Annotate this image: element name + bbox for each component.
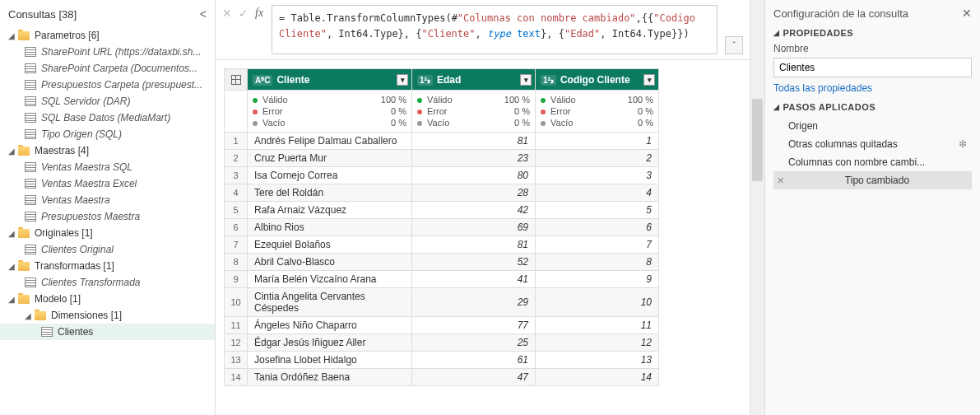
cell-edad[interactable]: 81: [412, 133, 536, 150]
cell-edad[interactable]: 77: [412, 317, 536, 334]
accept-formula-icon[interactable]: ✓: [239, 7, 248, 20]
table-row[interactable]: 3 Isa Cornejo Correa 80 3: [225, 167, 659, 184]
folder-item[interactable]: ◢Originales [1]: [0, 225, 215, 241]
table-row[interactable]: 14 Tania Ordóñez Baena 47 14: [225, 369, 659, 386]
delete-step-icon[interactable]: ✕: [777, 175, 784, 186]
query-item[interactable]: SharePoint URL (https://dataxbi.sh...: [0, 44, 215, 60]
folder-item[interactable]: ◢Dimensiones [1]: [0, 307, 215, 324]
cell-codigo[interactable]: 5: [536, 202, 659, 219]
query-item[interactable]: Clientes Transformada: [0, 274, 215, 291]
collapse-queries-icon[interactable]: <: [200, 7, 207, 21]
table-row[interactable]: 7 Ezequiel Bolaños 81 7: [225, 236, 659, 254]
applied-step[interactable]: Otras columnas quitadas✼: [773, 135, 972, 153]
column-filter-cliente-icon[interactable]: ▾: [397, 74, 408, 86]
query-item[interactable]: SharePoint Carpeta (Documentos...: [0, 60, 215, 77]
cell-cliente[interactable]: Ezequiel Bolaños: [248, 236, 412, 254]
cell-codigo[interactable]: 7: [536, 236, 659, 254]
cell-cliente[interactable]: Josefina Llobet Hidalgo: [248, 352, 412, 369]
table-row[interactable]: 9 María Belén Vizcaíno Arana 41 9: [225, 271, 659, 288]
cell-codigo[interactable]: 1: [536, 133, 659, 150]
formula-input[interactable]: = Table.TransformColumnTypes(#"Columnas …: [272, 5, 718, 54]
table-row[interactable]: 13 Josefina Llobet Hidalgo 61 13: [225, 352, 659, 369]
table-row[interactable]: 2 Cruz Puerta Mur 23 2: [225, 150, 659, 167]
column-filter-edad-icon[interactable]: ▾: [520, 74, 532, 86]
row-number[interactable]: 2: [225, 150, 248, 167]
folder-item[interactable]: ◢Transformadas [1]: [0, 258, 215, 274]
cell-cliente[interactable]: Tania Ordóñez Baena: [248, 369, 412, 386]
cell-codigo[interactable]: 12: [536, 334, 659, 352]
tree-toggle-icon[interactable]: ◢: [8, 31, 18, 40]
cell-codigo[interactable]: 6: [536, 219, 659, 236]
cell-edad[interactable]: 28: [412, 184, 536, 202]
row-number[interactable]: 10: [225, 288, 248, 317]
cell-codigo[interactable]: 9: [536, 271, 659, 288]
row-number[interactable]: 7: [225, 236, 248, 254]
cell-edad[interactable]: 42: [412, 202, 536, 219]
cell-cliente[interactable]: Isa Cornejo Correa: [248, 167, 412, 184]
column-header-codigo[interactable]: 1²₃Codigo Cliente ▾: [536, 69, 659, 91]
row-number[interactable]: 11: [225, 317, 248, 334]
tree-toggle-icon[interactable]: ◢: [8, 147, 18, 156]
cell-codigo[interactable]: 8: [536, 254, 659, 271]
query-item[interactable]: Clientes: [0, 324, 215, 340]
cancel-formula-icon[interactable]: ✕: [222, 7, 232, 20]
tree-toggle-icon[interactable]: ◢: [8, 295, 18, 304]
all-properties-link[interactable]: Todas las propiedades: [773, 82, 872, 94]
vertical-scrollbar[interactable]: [750, 0, 764, 415]
cell-codigo[interactable]: 13: [536, 352, 659, 369]
column-filter-codigo-icon[interactable]: ▾: [643, 74, 655, 86]
cell-edad[interactable]: 69: [412, 219, 536, 236]
row-number[interactable]: 4: [225, 184, 248, 202]
step-settings-icon[interactable]: ✼: [959, 138, 967, 150]
column-header-edad[interactable]: 1²₃Edad ▾: [412, 69, 536, 91]
row-number[interactable]: 3: [225, 167, 248, 184]
row-number[interactable]: 9: [225, 271, 248, 288]
applied-step[interactable]: Columnas con nombre cambi...: [773, 153, 972, 171]
table-row[interactable]: 4 Tere del Roldán 28 4: [225, 184, 659, 202]
query-item[interactable]: Ventas Maestra Excel: [0, 175, 215, 192]
cell-edad[interactable]: 29: [412, 288, 536, 317]
cell-codigo[interactable]: 2: [536, 150, 659, 167]
table-row[interactable]: 6 Albino Rios 69 6: [225, 219, 659, 236]
row-number[interactable]: 1: [225, 133, 248, 150]
folder-item[interactable]: ◢Modelo [1]: [0, 291, 215, 307]
table-row[interactable]: 11 Ángeles Niño Chaparro 77 11: [225, 317, 659, 334]
cell-codigo[interactable]: 10: [536, 288, 659, 317]
table-row[interactable]: 5 Rafa Arnaiz Vázquez 42 5: [225, 202, 659, 219]
table-row[interactable]: 8 Abril Calvo-Blasco 52 8: [225, 254, 659, 271]
cell-cliente[interactable]: Rafa Arnaiz Vázquez: [248, 202, 412, 219]
row-number[interactable]: 13: [225, 352, 248, 369]
query-item[interactable]: Presupuestos Carpeta (presupuest...: [0, 77, 215, 93]
cell-cliente[interactable]: Andrés Felipe Dalmau Caballero: [248, 133, 412, 150]
cell-edad[interactable]: 81: [412, 236, 536, 254]
query-item[interactable]: SQL Servidor (DAR): [0, 93, 215, 110]
tree-toggle-icon[interactable]: ◢: [25, 311, 35, 320]
row-number[interactable]: 12: [225, 334, 248, 352]
cell-cliente[interactable]: María Belén Vizcaíno Arana: [248, 271, 412, 288]
cell-edad[interactable]: 47: [412, 369, 536, 386]
row-number[interactable]: 5: [225, 202, 248, 219]
applied-steps-section-header[interactable]: ◢ PASOS APLICADOS: [773, 102, 972, 112]
folder-item[interactable]: ◢Maestras [4]: [0, 142, 215, 159]
query-item[interactable]: Clientes Original: [0, 241, 215, 258]
table-row[interactable]: 12 Édgar Jesús Iñiguez Aller 25 12: [225, 334, 659, 352]
tree-toggle-icon[interactable]: ◢: [8, 262, 18, 271]
query-item[interactable]: Ventas Maestra SQL: [0, 159, 215, 175]
row-number[interactable]: 8: [225, 254, 248, 271]
table-row[interactable]: 10 Cintia Angelita Cervantes Céspedes 29…: [225, 288, 659, 317]
cell-codigo[interactable]: 11: [536, 317, 659, 334]
column-header-cliente[interactable]: AᴮCCliente ▾: [248, 69, 412, 91]
query-item[interactable]: Tipo Origen (SQL): [0, 126, 215, 142]
cell-cliente[interactable]: Albino Rios: [248, 219, 412, 236]
fx-icon[interactable]: fx: [255, 7, 263, 20]
cell-edad[interactable]: 41: [412, 271, 536, 288]
cell-edad[interactable]: 25: [412, 334, 536, 352]
cell-codigo[interactable]: 4: [536, 184, 659, 202]
cell-cliente[interactable]: Abril Calvo-Blasco: [248, 254, 412, 271]
cell-cliente[interactable]: Édgar Jesús Iñiguez Aller: [248, 334, 412, 352]
query-item[interactable]: Presupuestos Maestra: [0, 208, 215, 225]
applied-step[interactable]: Origen: [773, 117, 972, 135]
cell-cliente[interactable]: Tere del Roldán: [248, 184, 412, 202]
cell-edad[interactable]: 52: [412, 254, 536, 271]
row-number[interactable]: 6: [225, 219, 248, 236]
